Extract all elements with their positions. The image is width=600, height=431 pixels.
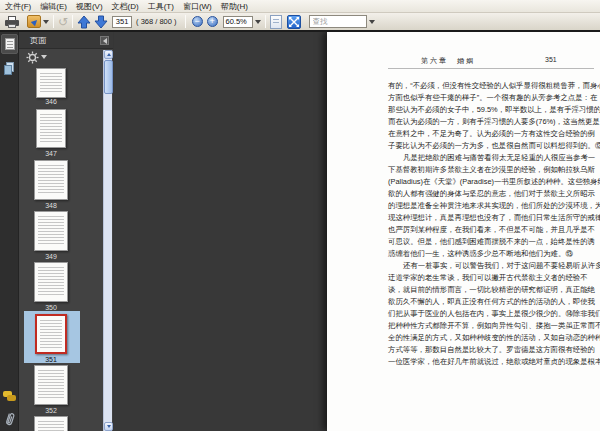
thumbnail-label: 347 [21, 150, 81, 157]
text-line: 现这种理想计，真是再理想也没有了，而他们日常生活所守的戒律 [388, 212, 600, 224]
nav-layers-button[interactable] [1, 58, 18, 78]
text-line: 欲的人都有强健的身体与坚忍的意志，他们对于禁欲主义所昭示 [388, 188, 600, 200]
thumbnail-page-349[interactable] [34, 211, 68, 251]
attachment-icon [5, 411, 15, 426]
thumbnail-label: 346 [21, 98, 81, 105]
toolbar-separator [185, 15, 186, 28]
text-line: 下基督教初期许多禁欲主义者在沙漠里的经验，例如帕拉狄乌斯 [388, 164, 600, 176]
thumbnail-label: 349 [21, 253, 81, 260]
thumbnail-label: 350 [21, 304, 81, 311]
thumbnail-page-346[interactable] [36, 68, 66, 98]
text-line: 方式等等，那数目自然是比较大了。罗雷德是这方面很有经验的 [388, 344, 600, 356]
text-line: 迂道学家的老生常谈，我们可以撇开古代禁欲主义者的经验不 [388, 272, 600, 284]
comments-icon [3, 391, 16, 402]
running-head: 第六章 婚姻 [421, 56, 475, 66]
thumbnail-page-352[interactable] [34, 365, 68, 405]
nav-comments-button[interactable] [1, 386, 18, 406]
zoom-out-button[interactable]: − [192, 16, 203, 27]
gear-icon[interactable] [26, 51, 39, 64]
text-line: 全的性满足的方式，又如种种歧变的性的活动，又如自动恋的种种 [388, 332, 600, 344]
up-arrow-icon [77, 15, 91, 29]
scrollbar-thumb[interactable] [104, 60, 113, 94]
toolbar-separator [265, 15, 266, 28]
fullscreen-button[interactable] [287, 14, 301, 29]
document-area[interactable]: 第六章 婚姻 351 有的，“不必须，但没有性交经验的人似乎显得很粗糙鲁莽，而身… [114, 32, 600, 431]
pages-panel: 页面 346 3 [19, 32, 113, 431]
menu-view[interactable]: 视图(V) [76, 1, 103, 12]
text-line: 也严厉到某种程度，在我们看来，不但是不可能，并且几乎是不 [388, 224, 600, 236]
text-line: 凡是把绝欲的困难与痛苦看得太无足轻重的人很应当参考一 [388, 152, 600, 164]
thumbnail-page-348[interactable] [34, 160, 68, 200]
thumbnail-label: 348 [21, 202, 81, 209]
thumbnail-page-350[interactable] [34, 262, 68, 302]
text-line: 谈，就目前的情形而言，一切比较精密的研究都证明，真正能绝 [388, 284, 600, 296]
zoom-level-select[interactable]: 60.5% [223, 16, 253, 28]
text-line: 们把从事于医业的人包括在内，事实上是很少很少的。⑭除非我们 [388, 308, 600, 320]
running-head-rule [388, 68, 594, 69]
thumbnail-page-351-selected[interactable] [35, 314, 67, 354]
scroll-mode-button[interactable] [270, 14, 282, 29]
print-button[interactable] [5, 14, 19, 29]
text-line: 的理想是准备全神贯注地来求其实现的，他们所处的沙漠环境，为实 [388, 200, 600, 212]
text-line: 而在认为必须的一方，则有手淫习惯的人要多(76%)，这当然更是 [388, 116, 600, 128]
menu-window[interactable]: 窗口(W) [183, 1, 212, 12]
chevron-down-icon[interactable] [369, 20, 375, 24]
export-button[interactable] [27, 14, 49, 29]
search-input[interactable] [309, 15, 367, 28]
chevron-down-icon[interactable] [255, 20, 261, 24]
page-scroll-icon [270, 15, 282, 29]
nav-attachments-button[interactable] [1, 408, 18, 428]
text-line: 子要比认为不必须的一方为多，也是很自然而可以料想得到的。⑫ [388, 140, 600, 152]
panel-scrollbar[interactable] [103, 50, 112, 431]
zoom-level-value: 60.5% [226, 17, 247, 26]
text-line: 有的，“不必须，但没有性交经验的人似乎显得很粗糙鲁莽，而身心 [388, 80, 600, 92]
page-folio: 351 [545, 56, 557, 63]
page-count-label: ( 368 / 800 ) [136, 17, 176, 26]
text-line: 惑缠着他们一生，这种诱惑多少总不断地和他们为难。⑬ [388, 248, 600, 260]
export-icon [27, 15, 41, 28]
fullscreen-icon [287, 15, 301, 29]
toolbar: ↺ ( 368 / 800 ) − + 60.5% [0, 13, 600, 30]
undo-arrow-icon: ↺ [58, 17, 68, 27]
chevron-left-icon [103, 38, 107, 44]
page: 第六章 婚姻 351 有的，“不必须，但没有性交经验的人似乎显得很粗糙鲁莽，而身… [327, 32, 600, 431]
menu-bar: 文件(F) 编辑(E) 视图(V) 文档(D) 工具(T) 窗口(W) 帮助(H… [0, 0, 600, 13]
menu-edit[interactable]: 编辑(E) [40, 1, 67, 12]
menu-help[interactable]: 帮助(H) [221, 1, 248, 12]
thumbnail-label: 352 [21, 407, 81, 414]
panel-options-row [19, 49, 113, 65]
toolbar-separator [72, 15, 73, 28]
main-area: 页面 346 3 [0, 32, 600, 431]
text-line: 可思议。但是，他们感到困难而摆脱不来的一点，始终是性的诱 [388, 236, 600, 248]
menu-document[interactable]: 文档(D) [112, 1, 139, 12]
text-line: 还有一桩事实，可以警告我们，对于这问题不要轻易听从许多 [388, 260, 600, 272]
scroll-down-arrow[interactable] [104, 422, 113, 431]
page-number-input[interactable] [112, 16, 132, 28]
scroll-up-arrow[interactable] [104, 50, 113, 59]
text-line: (Palladius)在《天堂》(Paradise)一书里所叙述的种种。这些独身… [388, 176, 600, 188]
text-line: 欲历久不懈的人，即真正没有任何方式的性的活动的人，即使我 [388, 296, 600, 308]
pages-panel-title: 页面 [30, 35, 46, 46]
previous-view-button[interactable]: ↺ [58, 14, 68, 29]
thumbnail-page-347[interactable] [36, 109, 66, 148]
zoom-in-button[interactable]: + [207, 16, 218, 27]
pages-panel-header: 页面 [19, 32, 113, 49]
text-line: 那些认为不必须的女子中，59.5%，即半数以上，是有手淫习惯的； [388, 104, 600, 116]
previous-page-button[interactable] [77, 14, 91, 29]
nav-icon-strip [0, 32, 19, 431]
down-arrow-icon [94, 15, 108, 29]
menu-file[interactable]: 文件(F) [5, 1, 31, 12]
text-line: 把种种性方式都除开不算，例如向异性勾引、搂抱一类虽正常而不完 [388, 320, 600, 332]
menu-tools[interactable]: 工具(T) [148, 1, 174, 12]
pdf-reader-window: 文件(F) 编辑(E) 视图(V) 文档(D) 工具(T) 窗口(W) 帮助(H… [0, 0, 600, 431]
panel-collapse-button[interactable] [100, 36, 109, 45]
next-page-button[interactable] [94, 14, 108, 29]
pages-icon [5, 38, 15, 50]
nav-pages-button[interactable] [1, 34, 18, 54]
chevron-down-icon [43, 20, 49, 24]
printer-icon [5, 16, 19, 28]
chevron-down-icon[interactable] [41, 55, 47, 59]
text-line: 方面也似乎有些干瘪的样子”。一个很有趣的从旁参考之点是：在 [388, 92, 600, 104]
thumbnail-page-next-partial[interactable] [34, 416, 68, 431]
body-text: 有的，“不必须，但没有性交经验的人似乎显得很粗糙鲁莽，而身心 方面也似乎有些干瘪… [388, 80, 600, 368]
